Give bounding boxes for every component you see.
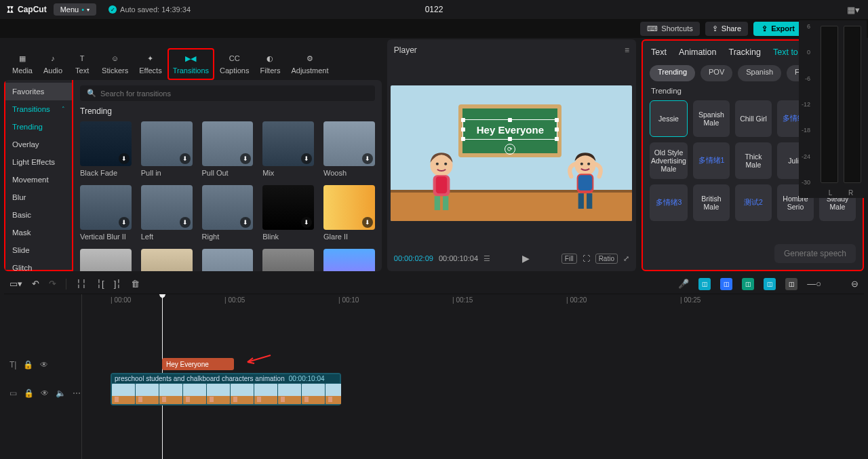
sidebar-item-overlay[interactable]: Overlay — [5, 136, 72, 153]
player-viewport[interactable]: Hey Everyone ⟳ — [387, 61, 636, 245]
sidebar-item-slide[interactable]: Slide — [5, 241, 72, 259]
filter-trending[interactable]: Trending — [650, 65, 695, 81]
delete-icon[interactable]: 🗑 — [131, 279, 140, 289]
fullscreen-icon[interactable]: ⤢ — [623, 254, 629, 263]
sidebar-item-light-effects[interactable]: Light Effects — [5, 153, 72, 171]
transition-black-fade[interactable]: ⬇Black Fade — [80, 121, 132, 177]
sidebar-item-blur[interactable]: Blur — [5, 188, 72, 206]
shortcuts-button[interactable]: ⌨Shortcuts — [640, 22, 699, 36]
transition-item-14[interactable]: ⬇ — [323, 249, 375, 271]
split-icon[interactable]: ╎╎ — [76, 279, 87, 289]
voice-jessie[interactable]: Jessie — [650, 100, 688, 137]
text-clip[interactable]: Hey Everyone — [162, 358, 234, 370]
voice-old-style-advertising-male[interactable]: Old Style Advertising Male — [650, 142, 688, 179]
media-tab-transitions[interactable]: ▶◀Transitions — [167, 48, 214, 80]
undo-button[interactable]: ↶ — [32, 279, 39, 289]
lock-icon[interactable]: 🔒 — [23, 360, 33, 370]
transition-woosh[interactable]: ⬇Woosh — [323, 121, 375, 177]
media-tab-effects[interactable]: ✦Effects — [134, 48, 167, 80]
sidebar-item-mask[interactable]: Mask — [5, 224, 72, 241]
download-icon[interactable]: ⬇ — [180, 153, 191, 164]
voice-chill-girl[interactable]: Chill Girl — [735, 100, 772, 137]
voice-多情绪1[interactable]: 多情绪1 — [693, 142, 730, 179]
voice-多情绪3[interactable]: 多情绪3 — [650, 184, 688, 221]
download-icon[interactable]: ⬇ — [180, 217, 191, 228]
inspector-tab-animation[interactable]: Animation — [679, 47, 717, 57]
transition-vertical-blur-ii[interactable]: ⬇Vertical Blur II — [80, 185, 132, 241]
sidebar-item-trending[interactable]: Trending — [5, 118, 72, 136]
download-icon[interactable]: ⬇ — [301, 217, 312, 228]
search-input[interactable]: 🔍 Search for transitions — [80, 85, 375, 101]
transition-pull-in[interactable]: ⬇Pull in — [141, 121, 193, 177]
snap-option-5[interactable]: ◫ — [785, 278, 797, 290]
transition-item-12[interactable]: ⬇ — [202, 249, 254, 271]
generate-speech-button[interactable]: Generate speech — [774, 244, 856, 263]
lock-icon[interactable]: 🔒 — [24, 388, 34, 398]
snap-option-4[interactable]: ◫ — [764, 278, 776, 290]
timeline-tracks[interactable]: | 00:00| 00:05| 00:10| 00:15| 00:20| 00:… — [81, 294, 864, 459]
inspector-tab-text[interactable]: Text — [651, 47, 667, 57]
voice-british-male[interactable]: British Male — [693, 184, 730, 221]
mute-icon[interactable]: 🔈 — [56, 388, 66, 398]
media-tab-media[interactable]: ▦Media — [7, 48, 38, 80]
download-icon[interactable]: ⬇ — [240, 153, 251, 164]
share-button[interactable]: ⇪Share — [705, 22, 748, 36]
inspector-tab-tracking[interactable]: Tracking — [729, 47, 761, 57]
transition-item-10[interactable]: ⬇ — [80, 249, 132, 271]
play-button[interactable]: ▶ — [522, 253, 530, 264]
download-icon[interactable]: ⬇ — [362, 217, 373, 228]
split-right-icon[interactable]: ]╎ — [114, 279, 122, 289]
time-ruler[interactable]: | 00:00| 00:05| 00:10| 00:15| 00:20| 00:… — [82, 294, 864, 306]
text-track-icon[interactable]: T| — [9, 360, 16, 370]
more-icon[interactable]: ⋯ — [73, 388, 81, 398]
preview-quality-icon[interactable]: ☰ — [484, 254, 490, 263]
export-button[interactable]: ⇪Export — [753, 22, 803, 36]
eye-icon[interactable]: 👁 — [40, 360, 48, 370]
voice-测试2[interactable]: 测试2 — [735, 184, 772, 221]
menu-button[interactable]: Menu•▾ — [54, 3, 96, 16]
voice-spanish-male[interactable]: Spanish Male — [693, 100, 730, 137]
video-track-icon[interactable]: ▭ — [9, 388, 17, 398]
download-icon[interactable]: ⬇ — [301, 153, 312, 164]
transition-pull-out[interactable]: ⬇Pull Out — [202, 121, 254, 177]
sidebar-item-glitch[interactable]: Glitch — [5, 259, 72, 271]
eye-icon[interactable]: 👁 — [41, 388, 49, 398]
voice-thick-male[interactable]: Thick Male — [735, 142, 772, 179]
sidebar-item-transitions[interactable]: Transitions˄ — [5, 100, 72, 118]
download-icon[interactable]: ⬇ — [362, 153, 373, 164]
overlay-text[interactable]: Hey Everyone — [464, 121, 556, 138]
mic-icon[interactable]: 🎤 — [678, 279, 689, 289]
redo-button[interactable]: ↷ — [49, 279, 56, 289]
media-tab-captions[interactable]: CCCaptions — [214, 48, 254, 80]
transition-mix[interactable]: ⬇Mix — [262, 121, 314, 177]
zoom-fit-icon[interactable]: ⊖ — [851, 279, 859, 289]
filter-pov[interactable]: POV — [701, 65, 732, 81]
media-tab-filters[interactable]: ◐Filters — [254, 48, 285, 80]
sidebar-item-favorites[interactable]: Favorites — [5, 83, 72, 100]
video-clip[interactable]: ✎ Cover preschool students and chalkboar… — [111, 373, 341, 405]
media-tab-stickers[interactable]: ☺Stickers — [96, 48, 134, 80]
ratio-button[interactable]: Ratio — [595, 254, 618, 264]
filter-spanish[interactable]: Spanish — [738, 65, 781, 81]
sidebar-item-movement[interactable]: Movement — [5, 171, 72, 188]
transition-left[interactable]: ⬇Left — [141, 185, 193, 241]
snap-option-2[interactable]: ◫ — [720, 278, 732, 290]
snap-option-3[interactable]: ◫ — [742, 278, 754, 290]
player-menu-icon[interactable]: ≡ — [625, 45, 629, 55]
transition-blink[interactable]: ⬇Blink — [262, 185, 314, 241]
transition-item-13[interactable]: ⬇ — [262, 249, 314, 271]
media-tab-adjustment[interactable]: ⚙Adjustment — [285, 48, 334, 80]
fill-button[interactable]: Fill — [561, 254, 577, 264]
snap-option-1[interactable]: ◫ — [698, 278, 711, 290]
download-icon[interactable]: ⬇ — [240, 217, 251, 228]
transition-glare-ii[interactable]: ⬇Glare II — [323, 185, 375, 241]
media-tab-text[interactable]: TText — [68, 48, 96, 80]
pointer-tool-icon[interactable]: ▭▾ — [9, 279, 22, 289]
sidebar-item-basic[interactable]: Basic — [5, 206, 72, 224]
transition-right[interactable]: ⬇Right — [202, 185, 254, 241]
zoom-slider-icon[interactable]: —○ — [807, 279, 821, 289]
download-icon[interactable]: ⬇ — [119, 217, 130, 228]
frame-icon[interactable]: ⛶ — [583, 254, 590, 262]
split-left-icon[interactable]: ╎[ — [96, 279, 104, 289]
download-icon[interactable]: ⬇ — [119, 153, 130, 164]
